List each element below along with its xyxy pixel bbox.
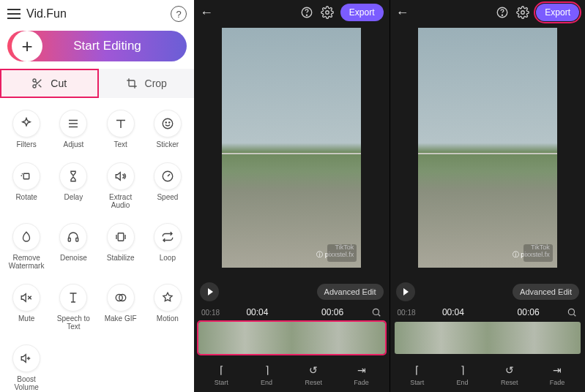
undo-icon: ↺	[307, 363, 320, 377]
tool-extract-audio[interactable]: Extract Audio	[97, 158, 144, 214]
trim-controls: ⌈Start ⌉End ↺Reset ⇥Fade	[390, 357, 586, 392]
editor-pane-right: ← Export TikTokⓘ pixxstel.fx Advanced Ed…	[390, 0, 586, 392]
transcript-icon	[59, 284, 87, 312]
trim-end-button[interactable]: ⌉End	[260, 363, 273, 386]
tool-label: Speech to Text	[52, 314, 94, 331]
video-preview[interactable]: TikTokⓘ pixxstel.fx	[390, 25, 586, 279]
trim-start-button[interactable]: ⌈Start	[215, 363, 228, 386]
tab-cut[interactable]: Cut	[0, 69, 99, 98]
time-row: 00:18 00:0400:06	[194, 304, 390, 320]
timeline[interactable]	[198, 322, 385, 354]
tool-speech-to-text[interactable]: Speech to Text	[50, 279, 97, 336]
star-icon	[154, 284, 182, 312]
tool-mute[interactable]: Mute	[3, 279, 50, 336]
trim-controls: ⌈Start ⌉End ↺Reset ⇥Fade	[194, 357, 390, 392]
export-button[interactable]: Export	[340, 4, 384, 21]
plus-icon: +	[12, 31, 42, 61]
tool-loop[interactable]: Loop	[144, 219, 191, 275]
tool-denoise[interactable]: Denoise	[50, 219, 97, 275]
advanced-edit-button[interactable]: Advanced Edit	[317, 284, 384, 300]
tool-adjust[interactable]: Adjust	[50, 105, 97, 154]
editor-pane-left: ← Export TikTokⓘ pixxstel.fx Advanced Ed…	[194, 0, 390, 392]
tool-text[interactable]: Text	[97, 105, 144, 154]
advanced-edit-button[interactable]: Advanced Edit	[513, 284, 579, 300]
tool-motion[interactable]: Motion	[144, 279, 191, 336]
trim-start-button[interactable]: ⌈Start	[410, 363, 424, 386]
tool-label: Loop	[160, 254, 176, 263]
mute-icon	[12, 284, 40, 312]
left-panel: Vid.Fun ? + Start Editing Cut Crop Filte…	[0, 0, 194, 392]
rotate-icon	[12, 162, 40, 190]
tool-label: Stabilize	[107, 254, 135, 263]
svg-point-23	[373, 309, 379, 314]
scissors-icon	[31, 78, 43, 89]
settings-icon[interactable]	[320, 5, 335, 20]
volume-up-icon	[12, 344, 40, 372]
tool-label: Speed	[157, 193, 178, 202]
menu-icon[interactable]	[7, 9, 21, 19]
timeline[interactable]	[395, 322, 581, 354]
play-button[interactable]	[200, 282, 219, 301]
settings-icon[interactable]	[515, 5, 530, 20]
trim-end-button[interactable]: ⌉End	[456, 363, 469, 386]
time-row: 00:18 00:0400:06	[390, 304, 586, 320]
bracket-left-icon: ⌈	[215, 363, 228, 377]
time-marker: 00:06	[321, 307, 343, 317]
time-marker: 00:04	[442, 307, 464, 317]
svg-point-1	[33, 85, 36, 88]
export-button[interactable]: Export	[536, 4, 579, 21]
playback-row: Advanced Edit	[194, 279, 390, 304]
left-header: Vid.Fun ?	[0, 0, 194, 26]
back-arrow-icon[interactable]: ←	[200, 5, 213, 20]
sliders-icon	[59, 110, 87, 137]
tool-grid: Filters Adjust Text Sticker Rotate Delay…	[0, 98, 194, 392]
help-icon[interactable]: ?	[171, 6, 187, 22]
trim-reset-button[interactable]: ↺Reset	[305, 363, 322, 386]
svg-rect-14	[76, 238, 78, 241]
tool-label: Filters	[17, 140, 37, 149]
help-icon[interactable]	[495, 5, 510, 20]
tool-label: Remove Watermark	[5, 254, 48, 271]
headphones-icon	[59, 223, 87, 251]
preview-frame: TikTokⓘ pixxstel.fx	[418, 28, 557, 268]
svg-point-0	[33, 79, 36, 82]
tool-remove-watermark[interactable]: Remove Watermark	[3, 219, 50, 275]
tool-sticker[interactable]: Sticker	[144, 105, 191, 154]
tabs: Cut Crop	[0, 69, 194, 98]
tool-delay[interactable]: Delay	[50, 158, 97, 214]
start-editing-button[interactable]: + Start Editing	[7, 31, 187, 61]
trim-fade-button[interactable]: ⇥Fade	[354, 363, 369, 386]
play-button[interactable]	[396, 282, 415, 301]
svg-point-22	[326, 11, 329, 15]
duration-label: 00:18	[398, 309, 416, 317]
tool-filters[interactable]: Filters	[3, 105, 50, 154]
tool-rotate[interactable]: Rotate	[3, 158, 50, 214]
fade-icon: ⇥	[355, 363, 368, 377]
tool-speed[interactable]: Speed	[144, 158, 191, 214]
tool-label: Boost Volume	[5, 375, 48, 392]
stabilize-icon	[107, 223, 135, 251]
tab-crop[interactable]: Crop	[99, 69, 195, 98]
play-icon	[208, 288, 213, 295]
text-icon	[107, 110, 135, 137]
back-arrow-icon[interactable]: ←	[396, 5, 409, 20]
svg-rect-13	[69, 238, 71, 241]
droplet-icon	[12, 223, 40, 251]
trim-reset-button[interactable]: ↺Reset	[501, 363, 518, 386]
fade-icon: ⇥	[551, 363, 564, 377]
tool-label: Mute	[18, 314, 34, 323]
zoom-icon[interactable]	[566, 306, 578, 318]
zoom-icon[interactable]	[370, 306, 382, 318]
tool-label: Delay	[64, 193, 83, 202]
tool-boost-volume[interactable]: Boost Volume	[3, 340, 50, 393]
crop-icon	[126, 78, 138, 89]
help-icon[interactable]	[299, 5, 314, 20]
svg-point-8	[163, 118, 173, 129]
play-icon	[403, 288, 409, 295]
pane-header: ← Export	[390, 0, 586, 25]
video-preview[interactable]: TikTokⓘ pixxstel.fx	[194, 25, 390, 279]
tool-make-gif[interactable]: Make GIF	[97, 279, 144, 336]
tool-label: Rotate	[15, 193, 37, 202]
trim-fade-button[interactable]: ⇥Fade	[550, 363, 565, 386]
tool-stabilize[interactable]: Stabilize	[97, 219, 144, 275]
